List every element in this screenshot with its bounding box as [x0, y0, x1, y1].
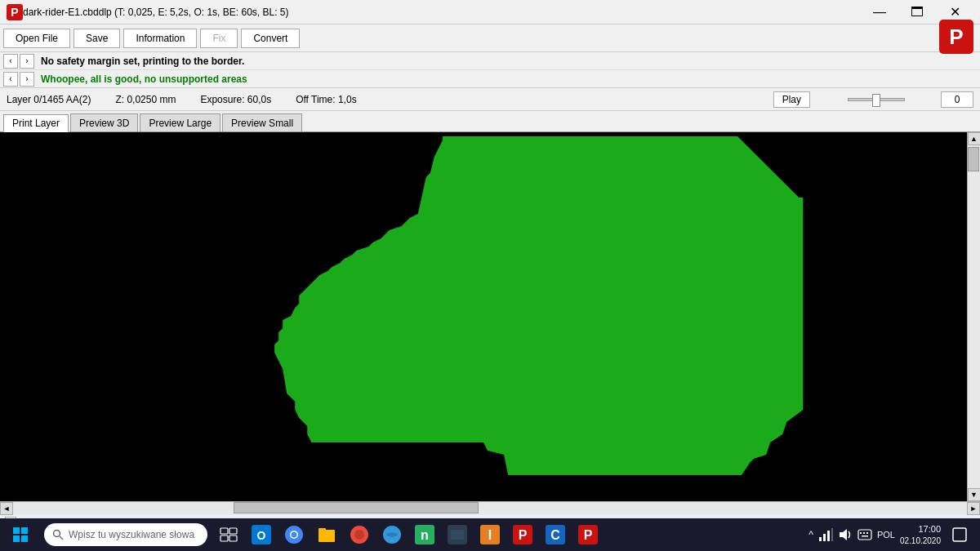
- svg-text:P: P: [519, 528, 528, 542]
- date-label: 02.10.2020: [900, 535, 941, 546]
- svg-marker-42: [840, 529, 847, 540]
- convert-button[interactable]: Convert: [241, 29, 300, 48]
- app5-icon: I: [480, 525, 500, 544]
- volume-icon: [838, 527, 853, 542]
- tab-print-layer[interactable]: Print Layer: [3, 114, 69, 132]
- vertical-scrollbar[interactable]: ▲ ▼: [967, 132, 980, 501]
- app1-button[interactable]: [345, 520, 374, 549]
- keyboard-icon: [858, 527, 872, 542]
- search-placeholder: Wpisz tu wyszukiwane słowa: [69, 529, 194, 540]
- tab-preview-large[interactable]: Preview Large: [140, 113, 220, 131]
- start-button[interactable]: [0, 518, 41, 551]
- explorer-button[interactable]: [312, 520, 341, 549]
- clock: 17:00 02.10.2020: [900, 523, 941, 545]
- layer-label: Layer 0/1465 AA(2): [7, 94, 91, 105]
- windows-icon: [13, 527, 28, 542]
- maximize-button[interactable]: 🗖: [898, 0, 936, 24]
- svg-text:P: P: [11, 6, 18, 19]
- main-canvas-area: ▲ ▼: [0, 132, 980, 501]
- taskbar-apps: O: [214, 520, 603, 549]
- information-button[interactable]: Information: [123, 29, 197, 48]
- z-label: Z: 0,0250 mm: [115, 94, 176, 105]
- notification-icon: [952, 527, 967, 542]
- app3-button[interactable]: n: [410, 520, 439, 549]
- next-arrow-1[interactable]: ›: [20, 54, 34, 69]
- taskview-icon: [220, 526, 238, 544]
- fix-button: Fix: [200, 29, 238, 48]
- notification-button[interactable]: [946, 521, 973, 549]
- network-icon: [818, 527, 833, 542]
- layer-canvas-container: [0, 132, 967, 501]
- explorer-icon: [317, 525, 336, 544]
- search-icon: [52, 529, 64, 540]
- prev-arrow-1[interactable]: ‹: [3, 54, 18, 69]
- svg-rect-43: [858, 530, 871, 540]
- svg-rect-14: [220, 535, 228, 541]
- next-arrow-2[interactable]: ›: [20, 72, 34, 87]
- outlook-button[interactable]: O: [247, 520, 276, 549]
- svg-rect-46: [866, 532, 868, 534]
- info-message-2: Whoopee, all is good, no unsupported are…: [41, 73, 247, 85]
- svg-rect-44: [860, 532, 862, 534]
- spinbox[interactable]: 0: [941, 91, 973, 108]
- svg-rect-8: [13, 535, 20, 542]
- prev-arrow-2[interactable]: ‹: [3, 72, 18, 87]
- svg-rect-13: [229, 528, 237, 534]
- chrome-button[interactable]: [279, 520, 309, 549]
- scroll-left-arrow[interactable]: ◄: [0, 502, 13, 515]
- open-file-button[interactable]: Open File: [3, 29, 70, 48]
- app6-button[interactable]: P: [508, 520, 537, 549]
- minimize-button[interactable]: —: [861, 0, 898, 24]
- app7-button[interactable]: C: [541, 520, 570, 549]
- tab-preview-small[interactable]: Preview Small: [222, 113, 302, 131]
- scroll-down-arrow[interactable]: ▼: [968, 488, 981, 501]
- svg-text:n: n: [421, 528, 429, 542]
- titlebar: P dark-rider-E1.cbddlp (T: 0,025, E: 5,2…: [0, 0, 980, 24]
- info-message-1: No safety margin set, printing to the bo…: [41, 56, 244, 67]
- svg-text:I: I: [488, 528, 492, 542]
- scroll-thumb-vertical[interactable]: [968, 147, 979, 171]
- svg-text:P: P: [584, 528, 593, 542]
- taskview-button[interactable]: [214, 520, 243, 549]
- chevron-up-icon[interactable]: ^: [808, 529, 813, 540]
- window-title: dark-rider-E1.cbddlp (T: 0,025, E: 5,2s,…: [23, 7, 861, 18]
- horizontal-scrollbar[interactable]: ◄ ►: [0, 501, 980, 514]
- app2-button[interactable]: [377, 520, 407, 549]
- svg-rect-38: [819, 537, 822, 541]
- app3-icon: n: [415, 525, 434, 544]
- save-button[interactable]: Save: [74, 29, 120, 48]
- app8-button[interactable]: P: [573, 520, 603, 549]
- taskbar-search[interactable]: Wpisz tu wyszukiwane słowa: [44, 523, 207, 546]
- speed-slider[interactable]: [843, 98, 910, 101]
- scroll-up-arrow[interactable]: ▲: [968, 132, 981, 145]
- svg-rect-40: [827, 531, 830, 541]
- app1-icon: [350, 525, 369, 544]
- svg-rect-21: [318, 530, 335, 542]
- svg-text:P: P: [949, 24, 963, 49]
- tab-preview-3d[interactable]: Preview 3D: [70, 113, 138, 131]
- svg-point-10: [54, 531, 60, 537]
- toolbar: Open File Save Information Fix Convert P: [0, 24, 980, 52]
- info-bar-2: ‹ › Whoopee, all is good, no unsupported…: [0, 70, 980, 88]
- svg-rect-47: [862, 535, 868, 537]
- scroll-thumb-horizontal[interactable]: [234, 502, 479, 513]
- app4-button[interactable]: [443, 520, 472, 549]
- svg-rect-9: [21, 535, 28, 542]
- tabs-bar: Print Layer Preview 3D Preview Large Pre…: [0, 111, 980, 132]
- svg-rect-7: [21, 527, 28, 534]
- svg-point-24: [354, 530, 364, 540]
- app2-icon: [382, 525, 402, 544]
- svg-rect-39: [823, 534, 826, 541]
- play-button[interactable]: Play: [773, 91, 810, 108]
- layer-canvas: [0, 132, 967, 501]
- svg-rect-6: [13, 527, 20, 534]
- svg-text:C: C: [550, 528, 560, 542]
- app5-button[interactable]: I: [475, 520, 505, 549]
- svg-text:O: O: [257, 529, 266, 542]
- svg-rect-15: [229, 535, 237, 541]
- svg-point-20: [292, 532, 297, 538]
- scroll-track-horizontal: [13, 502, 967, 515]
- outlook-icon: O: [252, 525, 271, 544]
- time-label: 17:00: [900, 523, 941, 535]
- scroll-right-arrow[interactable]: ►: [967, 502, 980, 515]
